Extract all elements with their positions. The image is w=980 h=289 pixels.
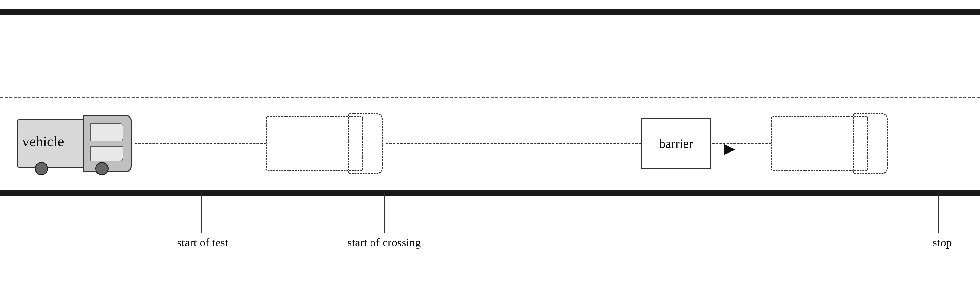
dashed-line-ghost1-to-barrier (386, 143, 641, 144)
barrier-box: barrier (641, 118, 711, 169)
vehicle-cab (83, 115, 132, 172)
label-start-of-test: start of test (160, 236, 245, 249)
label-start-of-crossing: start of crossing (333, 236, 436, 249)
ghost-cab-1 (348, 113, 383, 174)
vehicle-label: vehicle (22, 133, 64, 150)
wheel-rear-top (35, 162, 48, 175)
vline-start-crossing (384, 194, 385, 233)
vehicle-ghost-1 (266, 113, 384, 174)
direction-arrow: ► (720, 139, 739, 159)
cab-windshield (90, 123, 123, 141)
ghost-cab-2 (853, 113, 888, 174)
vehicle-cab-inner (83, 115, 132, 172)
wheel-front-top (95, 162, 108, 175)
road-bottom-border (0, 191, 980, 196)
cab-window-lower (90, 146, 123, 161)
label-stop: stop (920, 236, 965, 249)
barrier-label: barrier (659, 137, 693, 151)
vline-stop (938, 194, 939, 233)
vline-start-test (201, 194, 202, 233)
vehicle-ghost-2 (771, 113, 889, 174)
road-center-line (0, 97, 980, 98)
scene: vehicle barrier ► start of test start of… (0, 0, 980, 289)
dashed-line-vehicle-to-ghost1 (135, 143, 266, 144)
road-top-border (0, 9, 980, 14)
